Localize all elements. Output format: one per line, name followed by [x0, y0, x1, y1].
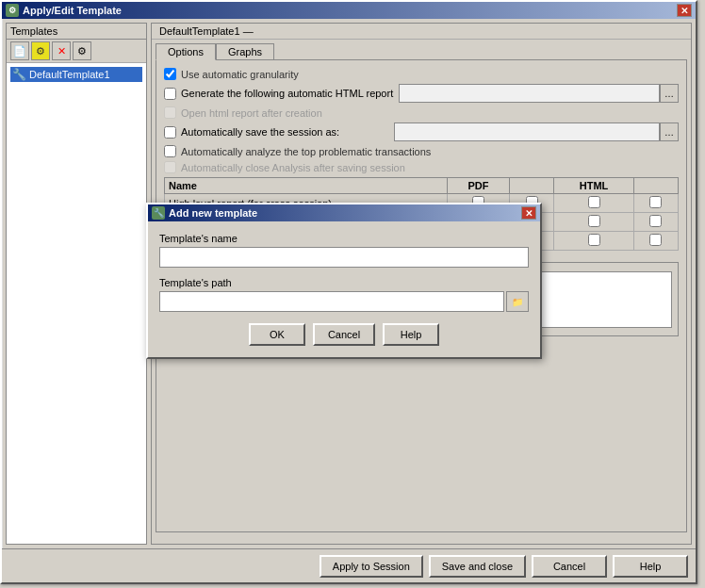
- add-template-dialog: 🔧 Add new template ✕ Template's name Ser…: [146, 203, 542, 359]
- modal-cancel-button[interactable]: Cancel: [313, 323, 375, 346]
- template-path-label: Template's path: [159, 277, 529, 288]
- template-path-row: C:\Sergjik\at\ 📁: [159, 291, 529, 312]
- template-path-browse-button[interactable]: 📁: [506, 291, 529, 312]
- template-name-input[interactable]: SergjikTemplates_Customized1: [159, 247, 529, 268]
- template-name-label: Template's name: [159, 233, 529, 244]
- modal-icon: 🔧: [152, 206, 165, 220]
- modal-overlay: 🔧 Add new template ✕ Template's name Ser…: [0, 0, 705, 588]
- modal-help-button[interactable]: Help: [383, 323, 439, 346]
- modal-title: Add new template: [169, 207, 257, 219]
- template-path-input[interactable]: C:\Sergjik\at\: [159, 291, 504, 312]
- template-path-field: Template's path C:\Sergjik\at\ 📁: [159, 277, 529, 312]
- modal-buttons: OK Cancel Help: [159, 323, 529, 346]
- modal-body: Template's name SergjikTemplates_Customi…: [148, 221, 540, 357]
- modal-close-button[interactable]: ✕: [521, 206, 536, 220]
- template-name-field: Template's name SergjikTemplates_Customi…: [159, 233, 529, 268]
- modal-title-bar: 🔧 Add new template ✕: [148, 204, 540, 221]
- modal-ok-button[interactable]: OK: [249, 323, 305, 346]
